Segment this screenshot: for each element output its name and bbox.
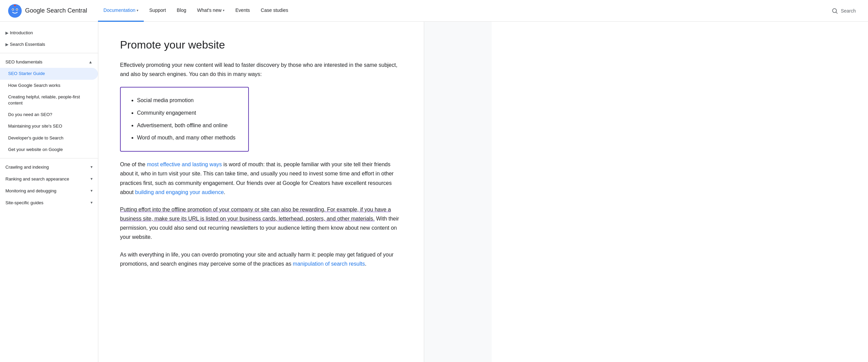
crawling-chevron-icon: ▾: [91, 165, 93, 169]
sidebar-item-introduction[interactable]: ▶ Introduction: [0, 27, 98, 39]
sidebar-item-label: SEO Starter Guide: [8, 71, 45, 77]
nav-links: Documentation ▾ Support Blog What's new …: [98, 0, 827, 22]
top-navigation: Google Search Central Documentation ▾ Su…: [0, 0, 868, 22]
building-audience-link[interactable]: building and engaging your audience: [135, 189, 224, 195]
nav-link-case-studies[interactable]: Case studies: [255, 0, 294, 22]
monitoring-label: Monitoring and debugging: [5, 188, 56, 193]
overdo-paragraph: As with everything in life, you can over…: [120, 250, 402, 268]
page-layout: ▶ Introduction ▶ Search Essentials SEO f…: [0, 22, 868, 362]
search-label: Search: [841, 8, 856, 14]
ranking-search-appearance-section[interactable]: Ranking and search appearance ▾: [0, 173, 98, 185]
page-title: Promote your website: [120, 38, 402, 52]
site-specific-label: Site-specific guides: [5, 200, 43, 205]
nav-link-whats-new[interactable]: What's new ▾: [192, 0, 230, 22]
sidebar-divider-2: [0, 158, 98, 158]
intro-paragraph: Effectively promoting your new content w…: [120, 60, 402, 79]
nav-link-documentation[interactable]: Documentation ▾: [98, 0, 144, 22]
sidebar-item-seo-starter-guide[interactable]: SEO Starter Guide: [0, 68, 98, 79]
sidebar-item-label: Get your website on Google: [8, 147, 63, 153]
seo-section-header: SEO fundamentals: [5, 59, 42, 64]
svg-rect-5: [14, 5, 16, 6]
main-content: Promote your website Effectively promoti…: [98, 22, 424, 362]
nav-link-support[interactable]: Support: [144, 0, 171, 22]
site-specific-guides-section[interactable]: Site-specific guides ▾: [0, 197, 98, 209]
list-item: Word of mouth, and many other methods: [137, 132, 239, 144]
seo-fundamentals-section[interactable]: SEO fundamentals ▲: [0, 56, 98, 68]
sidebar-item-creating-helpful-content[interactable]: Creating helpful, reliable, people-first…: [0, 91, 98, 109]
svg-point-4: [17, 9, 18, 10]
crawling-indexing-section[interactable]: Crawling and indexing ▾: [0, 161, 98, 173]
monitoring-debugging-section[interactable]: Monitoring and debugging ▾: [0, 185, 98, 197]
offline-promotion-paragraph: Putting effort into the offline promotio…: [120, 205, 402, 242]
sidebar: ▶ Introduction ▶ Search Essentials SEO f…: [0, 22, 98, 362]
list-item: Advertisement, both offline and online: [137, 119, 239, 132]
sidebar-item-label: Developer's guide to Search: [8, 135, 63, 141]
nav-link-events[interactable]: Events: [230, 0, 255, 22]
site-specific-chevron-icon: ▾: [91, 200, 93, 205]
list-item: Community engagement: [137, 107, 239, 119]
sidebar-item-developers-guide[interactable]: Developer's guide to Search: [0, 132, 98, 144]
seo-section-chevron-icon: ▲: [88, 60, 93, 64]
sidebar-item-label: Creating helpful, reliable, people-first…: [8, 94, 93, 106]
ranking-chevron-icon: ▾: [91, 176, 93, 181]
right-panel: [424, 22, 492, 362]
documentation-chevron-icon: ▾: [137, 8, 138, 12]
underlined-text: Putting effort into the offline promotio…: [120, 207, 391, 222]
nav-link-blog[interactable]: Blog: [171, 0, 192, 22]
sidebar-item-label: Introduction: [10, 30, 33, 36]
sidebar-item-label: Maintaining your site's SEO: [8, 123, 62, 129]
sidebar-item-get-website-on-google[interactable]: Get your website on Google: [0, 144, 98, 155]
ranking-label: Ranking and search appearance: [5, 176, 69, 182]
site-logo[interactable]: Google Search Central: [8, 4, 87, 18]
crawling-indexing-label: Crawling and indexing: [5, 165, 49, 170]
search-essentials-expand-icon: ▶: [5, 42, 8, 47]
sidebar-item-label: Search Essentials: [10, 41, 45, 47]
word-of-mouth-paragraph: One of the most effective and lasting wa…: [120, 160, 402, 197]
whats-new-chevron-icon: ▾: [223, 8, 224, 12]
svg-point-3: [13, 9, 14, 10]
search-icon: [831, 7, 838, 14]
sidebar-item-label: How Google Search works: [8, 82, 60, 89]
sidebar-item-search-essentials[interactable]: ▶ Search Essentials: [0, 39, 98, 50]
sidebar-item-how-google-search-works[interactable]: How Google Search works: [0, 80, 98, 91]
list-item: Social media promotion: [137, 94, 239, 107]
sidebar-item-label: Do you need an SEO?: [8, 112, 52, 118]
logo-text: Google Search Central: [25, 7, 87, 14]
monitoring-chevron-icon: ▾: [91, 188, 93, 193]
search-button[interactable]: Search: [827, 5, 860, 17]
highlight-list: Social media promotion Community engagem…: [130, 94, 239, 144]
sidebar-divider-1: [0, 53, 98, 53]
introduction-expand-icon: ▶: [5, 30, 8, 36]
highlight-box: Social media promotion Community engagem…: [120, 87, 249, 152]
sidebar-item-do-you-need-seo[interactable]: Do you need an SEO?: [0, 109, 98, 120]
logo-icon: [8, 4, 22, 18]
manipulation-link[interactable]: manipulation of search results: [293, 261, 365, 267]
most-effective-link[interactable]: most effective and lasting ways: [147, 161, 222, 167]
sidebar-item-maintaining-seo[interactable]: Maintaining your site's SEO: [0, 120, 98, 132]
